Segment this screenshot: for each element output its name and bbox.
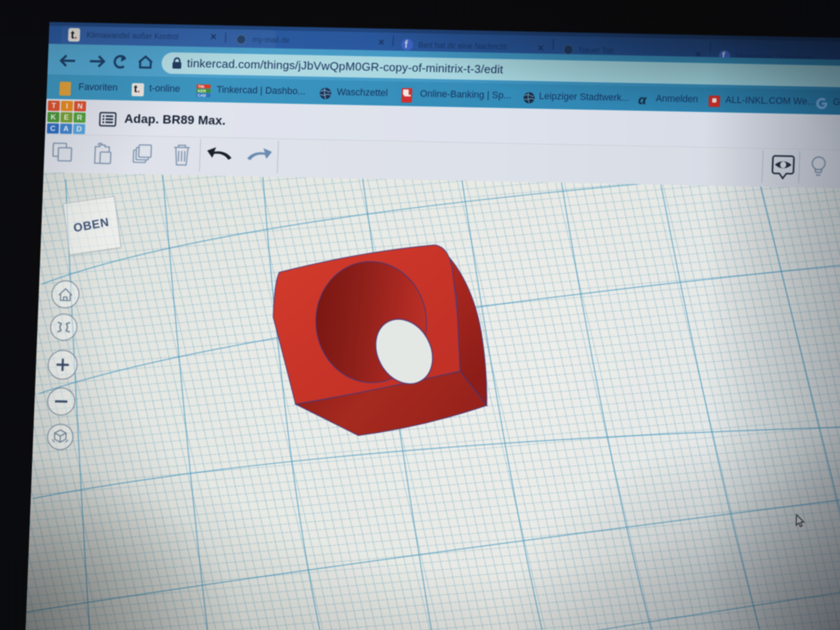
svg-text:TIN: TIN	[198, 84, 204, 89]
svg-text:KER: KER	[198, 89, 206, 93]
svg-text:CAD: CAD	[197, 93, 206, 98]
